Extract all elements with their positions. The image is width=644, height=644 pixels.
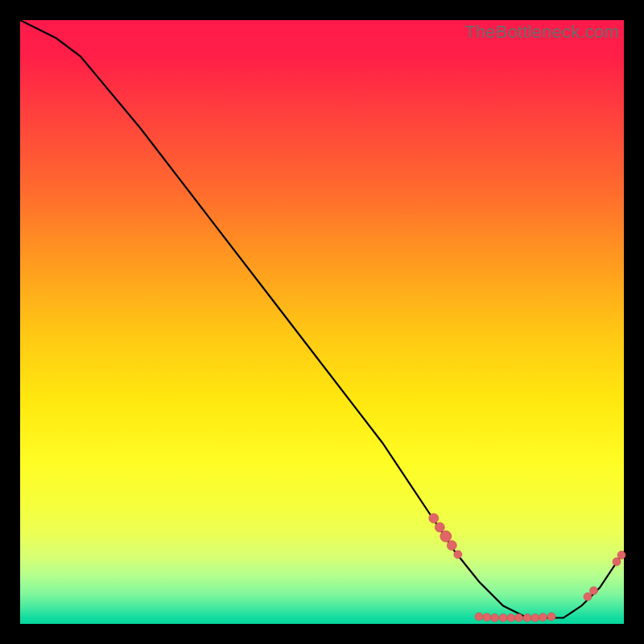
data-marker <box>613 558 621 566</box>
data-marker <box>454 551 462 559</box>
data-marker <box>475 613 483 621</box>
data-marker <box>531 614 539 622</box>
chart-frame: TheBottleneck.com <box>20 20 624 624</box>
data-marker <box>491 614 499 622</box>
data-marker <box>590 587 598 595</box>
data-marker <box>447 541 456 551</box>
curve-line <box>20 20 624 618</box>
data-marker <box>429 514 439 523</box>
watermark-text: TheBottleneck.com <box>464 22 619 43</box>
data-marker <box>617 551 625 559</box>
data-marker <box>440 530 452 542</box>
data-marker <box>499 614 507 622</box>
data-marker <box>539 613 547 621</box>
marker-group <box>429 514 625 622</box>
data-marker <box>523 614 531 622</box>
data-marker <box>435 522 444 532</box>
plot-area: TheBottleneck.com <box>20 20 624 624</box>
data-marker <box>547 613 555 621</box>
data-marker <box>507 614 515 622</box>
data-marker <box>483 613 491 621</box>
data-marker <box>515 614 523 622</box>
data-marker <box>584 592 592 601</box>
chart-svg <box>20 20 624 624</box>
